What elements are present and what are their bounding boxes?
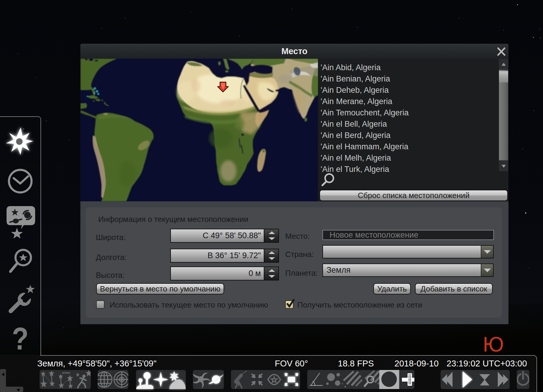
svg-text:orion: orion [62, 371, 70, 374]
